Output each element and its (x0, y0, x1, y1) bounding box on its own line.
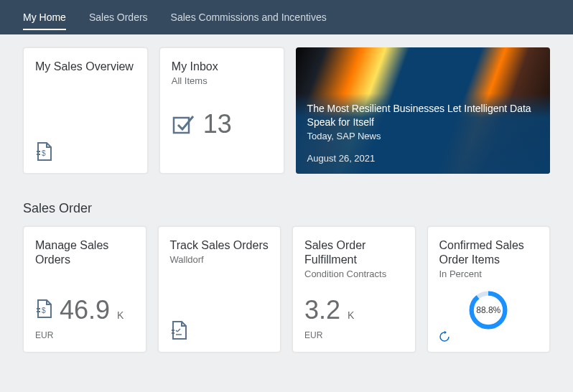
tile-confirmed-sales-order-items[interactable]: Confirmed Sales Order Items In Percent 8… (427, 226, 551, 353)
tile-title: Track Sales Orders (170, 238, 269, 253)
kpi-value: 46.9 (60, 297, 110, 323)
inbox-count: 13 (203, 111, 232, 137)
svg-text:$: $ (42, 307, 46, 314)
tile-subtitle: Walldorf (170, 254, 269, 265)
tile-track-sales-orders[interactable]: Track Sales Orders Walldorf (158, 226, 281, 353)
nav-tab-my-home[interactable]: My Home (11, 0, 78, 34)
tile-row-1: My Sales Overview $ My Inbox All Items (23, 47, 550, 174)
tile-subtitle: All Items (172, 75, 272, 86)
svg-text:$: $ (42, 149, 46, 157)
document-currency-icon: $ (35, 299, 52, 319)
nav-tab-label: My Home (23, 11, 66, 23)
tile-body: 3.2 K EUR (304, 279, 404, 340)
nav-tab-sales-commissions[interactable]: Sales Commissions and Incentives (159, 0, 338, 34)
svg-line-6 (176, 330, 177, 332)
tile-body (170, 265, 269, 340)
tile-title: My Sales Overview (35, 60, 136, 74)
tile-title: Manage Sales Orders (35, 238, 134, 267)
tile-title: Sales Order Fulfillment (304, 238, 404, 267)
kpi-unit: EUR (35, 330, 53, 340)
refresh-icon[interactable] (438, 330, 451, 343)
tile-my-sales-overview[interactable]: My Sales Overview $ (23, 47, 148, 174)
tile-sales-order-fulfillment[interactable]: Sales Order Fulfillment Condition Contra… (292, 226, 416, 353)
tile-subtitle: Condition Contracts (304, 269, 404, 279)
tile-body: $ 46.9 K EUR (35, 267, 134, 340)
tile-my-inbox[interactable]: My Inbox All Items 13 (159, 47, 284, 174)
section-title-sales-order: Sales Order (23, 201, 550, 216)
nav-tab-sales-orders[interactable]: Sales Orders (78, 0, 159, 34)
news-date: August 26, 2021 (307, 153, 539, 164)
nav-tab-label: Sales Orders (89, 11, 148, 23)
tile-manage-sales-orders[interactable]: Manage Sales Orders $ 46.9 K EUR (23, 226, 146, 353)
tile-body: 13 (172, 86, 272, 162)
news-source: Today, SAP News (307, 131, 539, 141)
donut-chart: 88.8% (439, 279, 539, 340)
donut-percent-label: 88.8% (476, 305, 500, 315)
document-list-icon (170, 320, 187, 340)
kpi-value: 3.2 (304, 297, 340, 323)
kpi-suffix: K (348, 309, 354, 321)
tile-subtitle: In Percent (439, 269, 539, 279)
tile-row-2: Manage Sales Orders $ 46.9 K EUR Trac (23, 226, 550, 353)
tile-title: Confirmed Sales Order Items (439, 238, 539, 267)
nav-tab-label: Sales Commissions and Incentives (171, 11, 327, 23)
top-nav: My Home Sales Orders Sales Commissions a… (0, 0, 573, 34)
document-currency-icon: $ (35, 141, 52, 162)
tile-body: $ (35, 74, 136, 162)
tile-title: My Inbox (172, 60, 272, 74)
page-content: My Sales Overview $ My Inbox All Items (0, 34, 573, 365)
kpi-unit: EUR (304, 330, 322, 340)
tile-news[interactable]: The Most Resilient Businesses Let Intell… (296, 47, 550, 174)
kpi-suffix: K (117, 309, 124, 321)
news-headline: The Most Resilient Businesses Let Intell… (307, 102, 539, 129)
svg-line-7 (177, 329, 180, 332)
news-overlay: The Most Resilient Businesses Let Intell… (296, 93, 550, 174)
checkbox-checked-icon (172, 113, 196, 135)
